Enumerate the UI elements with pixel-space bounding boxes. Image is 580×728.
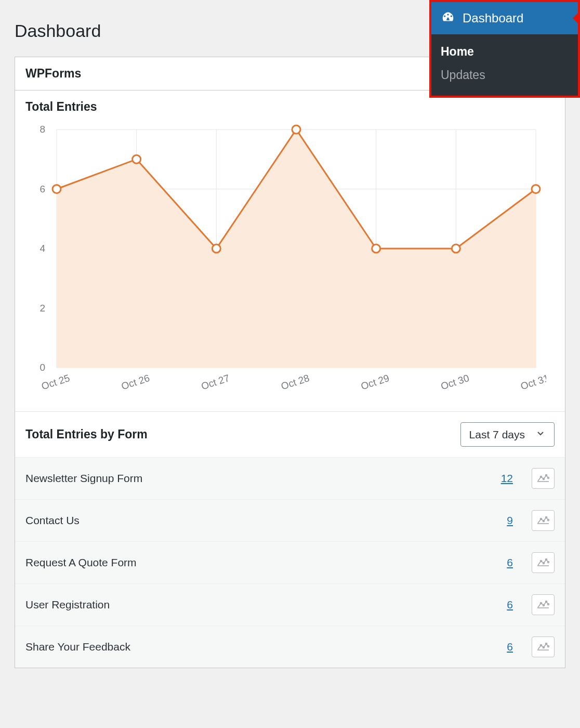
svg-point-30 — [532, 185, 540, 193]
form-name: User Registration — [25, 599, 110, 611]
form-chart-button[interactable] — [532, 510, 555, 531]
form-list: Newsletter Signup Form12 Contact Us9 Req… — [15, 457, 565, 668]
svg-text:0: 0 — [39, 362, 45, 373]
chart-title: Total Entries — [25, 100, 555, 114]
form-chart-button[interactable] — [532, 594, 555, 615]
svg-point-29 — [452, 244, 460, 253]
total-entries-chart: Total Entries 02468 Oct 25Oct 26Oct 27Oc… — [15, 90, 565, 411]
sidebar-item-updates[interactable]: Updates — [441, 68, 569, 82]
chart-line-icon — [537, 599, 549, 610]
chart-line-icon — [537, 557, 549, 568]
chart-line-icon — [537, 515, 549, 526]
form-row: User Registration6 — [15, 583, 565, 626]
form-count-link[interactable]: 9 — [507, 514, 513, 527]
form-count-link[interactable]: 6 — [507, 556, 513, 569]
chevron-down-icon — [535, 428, 546, 441]
form-count-link[interactable]: 6 — [507, 599, 513, 611]
svg-point-24 — [52, 185, 61, 193]
sidebar-item-home[interactable]: Home — [441, 45, 569, 59]
svg-point-25 — [133, 155, 141, 163]
svg-text:Oct 25: Oct 25 — [40, 372, 71, 392]
sidebar-label-dashboard: Dashboard — [463, 11, 523, 25]
form-name: Newsletter Signup Form — [25, 472, 142, 485]
svg-text:8: 8 — [39, 124, 45, 135]
svg-text:Oct 30: Oct 30 — [439, 372, 470, 392]
chart-line-icon — [537, 641, 549, 653]
form-chart-button[interactable] — [532, 552, 555, 573]
form-count-link[interactable]: 6 — [507, 641, 513, 653]
svg-point-28 — [372, 244, 380, 253]
range-select-label: Last 7 days — [469, 428, 525, 441]
sidebar-dashboard-menu: Dashboard Home Updates — [429, 0, 580, 98]
svg-text:Oct 29: Oct 29 — [360, 372, 391, 392]
form-row: Share Your Feedback6 — [15, 626, 565, 668]
by-form-header: Total Entries by Form Last 7 days — [15, 411, 565, 457]
svg-text:6: 6 — [39, 184, 45, 194]
sidebar-submenu: Home Updates — [431, 34, 578, 96]
date-range-select[interactable]: Last 7 days — [460, 422, 555, 447]
form-name: Request A Quote Form — [25, 556, 137, 569]
svg-text:2: 2 — [39, 303, 45, 314]
form-row: Request A Quote Form6 — [15, 541, 565, 583]
form-count-link[interactable]: 12 — [501, 472, 513, 485]
svg-text:Oct 27: Oct 27 — [200, 372, 231, 392]
wpforms-widget: WPForms Total Entries 02468 Oct 25Oct 26… — [15, 57, 565, 668]
form-name: Share Your Feedback — [25, 641, 130, 653]
by-form-title: Total Entries by Form — [25, 427, 148, 441]
dashboard-icon — [441, 9, 455, 27]
svg-text:Oct 28: Oct 28 — [280, 372, 311, 392]
svg-point-27 — [292, 125, 300, 134]
sidebar-item-dashboard[interactable]: Dashboard — [431, 2, 578, 34]
form-name: Contact Us — [25, 514, 80, 527]
svg-text:4: 4 — [39, 243, 45, 254]
form-chart-button[interactable] — [532, 468, 555, 489]
svg-text:Oct 26: Oct 26 — [120, 372, 151, 392]
form-row: Contact Us9 — [15, 499, 565, 541]
form-chart-button[interactable] — [532, 636, 555, 657]
svg-point-26 — [212, 244, 220, 253]
chart-line-icon — [537, 473, 549, 484]
svg-text:Oct 31: Oct 31 — [519, 372, 546, 392]
entries-line-chart: 02468 Oct 25Oct 26Oct 27Oct 28Oct 29Oct … — [25, 121, 546, 402]
form-row: Newsletter Signup Form12 — [15, 457, 565, 499]
